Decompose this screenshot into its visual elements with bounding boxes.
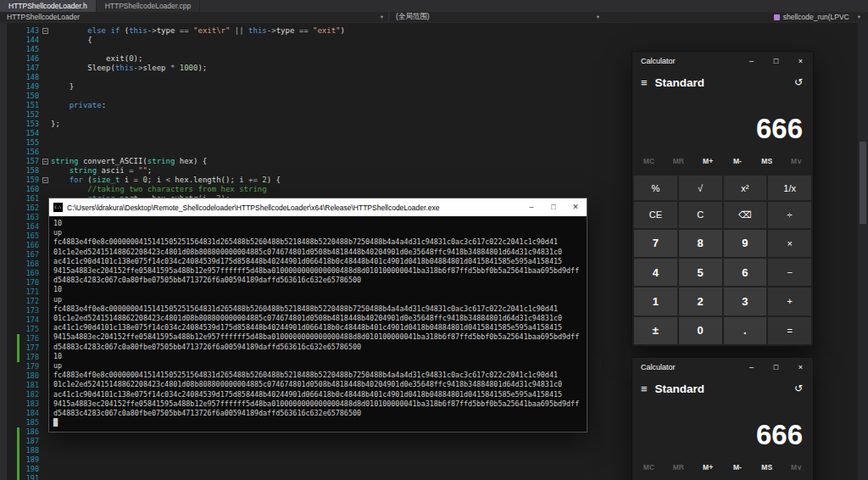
calc-key-9[interactable]: 9 — [724, 230, 767, 257]
calc-key-⌫[interactable]: ⌫ — [724, 202, 767, 227]
line-number: 157 — [0, 157, 39, 166]
line-number: 156 — [0, 148, 39, 157]
memory-button-MS[interactable]: MS — [752, 152, 782, 170]
memory-button-M-[interactable]: M- — [722, 152, 752, 170]
line-number: 186 — [0, 427, 39, 437]
editor-scrollbar[interactable] — [858, 23, 868, 480]
line-number: 165 — [0, 232, 39, 241]
calc-key-√[interactable]: √ — [679, 176, 722, 200]
calc-key-C[interactable]: C — [679, 202, 722, 227]
calc-titlebar[interactable]: Calculator – □ × — [632, 52, 813, 70]
calc-key-x²[interactable]: x² — [724, 176, 767, 200]
memory-button-MR[interactable]: MR — [664, 458, 693, 477]
fold-collapse-icon[interactable] — [42, 177, 48, 183]
calc-key-.[interactable]: . — [724, 317, 767, 344]
calc-key-=[interactable]: = — [768, 317, 811, 344]
calc-key-7[interactable]: 7 — [634, 230, 677, 257]
scope-dropdown[interactable]: (全局范围) ▾ — [388, 12, 604, 22]
line-number: 161 — [0, 194, 39, 204]
calc-key-2[interactable]: 2 — [679, 287, 722, 315]
console-output[interactable]: 10upfc4883e4f0e8c00000004151415052515648… — [49, 216, 587, 432]
calc-mode[interactable]: Standard — [655, 382, 794, 395]
memory-button-M+[interactable]: M+ — [693, 458, 723, 477]
member-dropdown[interactable]: shellcode_run(LPVC ▾ — [774, 13, 868, 21]
memory-button-M∨[interactable]: M∨ — [782, 152, 811, 170]
memory-button-MC[interactable]: MC — [634, 458, 664, 477]
calc-key-5[interactable]: 5 — [679, 259, 722, 286]
memory-button-MC[interactable]: MC — [634, 152, 664, 170]
memory-button-M+[interactable]: M+ — [693, 152, 723, 170]
close-button[interactable]: × — [788, 358, 813, 377]
console-line: up — [53, 295, 582, 304]
maximize-button[interactable]: □ — [764, 358, 788, 377]
calc-key-6[interactable]: 6 — [724, 259, 767, 286]
memory-button-MS[interactable]: MS — [752, 458, 782, 477]
code-text: exit(0); — [51, 54, 142, 64]
calc-key-3[interactable]: 3 — [724, 287, 767, 315]
line-number: 169 — [0, 269, 39, 278]
file-dropdown[interactable]: HTTPShellcodeLoader ▾ — [0, 12, 388, 22]
memory-button-M∨[interactable]: M∨ — [782, 458, 811, 477]
calc-key-4[interactable]: 4 — [634, 259, 677, 286]
history-icon[interactable]: ↺ — [794, 382, 813, 394]
calc-key-1[interactable]: 1 — [634, 287, 677, 315]
calc-key-%[interactable]: % — [634, 176, 677, 200]
line-number: 160 — [0, 185, 39, 194]
calculator-window-2: Calculator – □ × ≡ Standard ↺ 666 MCMRM+… — [632, 357, 814, 480]
editor-tab[interactable]: HTTPShellcodeLoader.cpp — [97, 0, 201, 12]
line-number: 143 — [0, 26, 39, 36]
code-text: string convert_ASCII(string hex) { — [51, 157, 207, 166]
console-line: d54883c4283c067c0a80fbe07505bb4713726f6a… — [53, 276, 582, 285]
minimize-button[interactable]: – — [739, 52, 764, 70]
line-number: 153 — [0, 120, 39, 129]
console-line: 01c1e2ed52415148862208423c4801d08b808800… — [53, 380, 582, 389]
memory-button-M-[interactable]: M- — [722, 458, 752, 477]
console-line: up — [53, 228, 582, 237]
menu-icon[interactable]: ≡ — [632, 382, 655, 395]
member-dropdown-label: shellcode_run(LPVC — [783, 13, 849, 21]
minimize-button[interactable]: – — [739, 358, 764, 377]
calc-key-±[interactable]: ± — [634, 317, 677, 344]
maximize-button[interactable]: □ — [764, 52, 788, 70]
window-title: Calculator — [632, 57, 739, 65]
line-number: 179 — [0, 362, 39, 371]
memory-row: MCMRM+M-MSM∨ — [634, 458, 811, 477]
console-cursor: █ — [53, 418, 582, 427]
close-button[interactable]: ✕ — [565, 198, 587, 216]
calc-key-−[interactable]: − — [768, 259, 811, 286]
code-text: else if (this->type == "exit\r" || this-… — [51, 26, 345, 36]
minimize-button[interactable]: – — [520, 198, 542, 216]
code-text: Sleep(this->sleep * 1000); — [51, 64, 207, 73]
chevron-down-icon: ▾ — [376, 14, 388, 20]
code-text: for (size_t i = 0; i < hex.length(); i +… — [51, 176, 281, 185]
calc-key-÷[interactable]: ÷ — [768, 202, 811, 227]
calc-key-CE[interactable]: CE — [634, 202, 677, 227]
line-number: 180 — [0, 371, 39, 381]
calc-key-1/x[interactable]: 1/x — [768, 176, 811, 200]
menu-icon[interactable]: ≡ — [632, 76, 655, 89]
line-number: 149 — [0, 82, 39, 92]
console-titlebar[interactable]: C:\ C:\Users\ldrakura\Desktop\Remote_She… — [49, 198, 587, 216]
line-number: 175 — [0, 325, 39, 334]
console-line: 10 — [53, 285, 582, 294]
calc-key-×[interactable]: × — [768, 230, 811, 257]
history-icon[interactable]: ↺ — [794, 76, 813, 88]
memory-row: MCMRM+M-MSM∨ — [634, 152, 811, 170]
line-number: 187 — [0, 437, 39, 446]
calc-mode[interactable]: Standard — [655, 76, 794, 89]
calc-titlebar[interactable]: Calculator – □ × — [632, 358, 813, 377]
line-number: 150 — [0, 92, 39, 101]
memory-button-MR[interactable]: MR — [664, 152, 693, 170]
close-button[interactable]: × — [788, 52, 813, 70]
calc-key-+[interactable]: + — [768, 287, 811, 315]
maximize-button[interactable]: □ — [542, 198, 565, 216]
editor-tab[interactable]: HTTPShellcodeLoader.h — [0, 0, 97, 12]
line-number: 173 — [0, 306, 39, 315]
fold-collapse-icon[interactable] — [42, 28, 48, 34]
fold-collapse-icon[interactable] — [42, 159, 48, 165]
calc-key-8[interactable]: 8 — [679, 230, 722, 257]
line-number: 162 — [0, 204, 39, 213]
scrollbar-thumb[interactable] — [860, 142, 866, 224]
line-number: 151 — [0, 101, 39, 110]
calc-key-0[interactable]: 0 — [679, 317, 722, 344]
